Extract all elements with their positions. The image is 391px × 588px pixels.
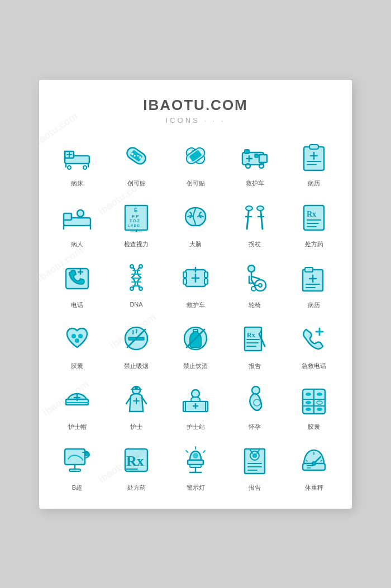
icon-guaizhu: 拐杖: [228, 197, 282, 248]
svg-rect-29: [245, 150, 249, 154]
svg-rect-81: [183, 279, 187, 284]
svg-point-99: [71, 334, 76, 338]
icon-label: 报告: [249, 484, 261, 492]
svg-point-144: [317, 408, 322, 411]
svg-rect-154: [188, 460, 203, 465]
svg-rect-145: [65, 449, 85, 465]
svg-rect-25: [259, 155, 267, 162]
svg-point-6: [68, 166, 71, 169]
site-title: IBAOTU.COM: [50, 97, 341, 114]
icon-chufangyao2: Rx 处方药: [109, 440, 163, 492]
svg-text:E: E: [134, 207, 138, 213]
icon-label: 处方药: [305, 240, 323, 248]
icon-chuangkete1: 创可贴: [109, 136, 163, 188]
icon-label: 胶囊: [308, 423, 320, 431]
icon-label: 创可贴: [187, 179, 205, 188]
svg-point-15: [137, 155, 139, 156]
icon-huaiyun: 怀孕: [228, 379, 282, 431]
icon-label: 警示灯: [187, 484, 205, 492]
icon-jianchashili: E F P T O Z L P E D 检查视力: [109, 197, 163, 248]
svg-point-70: [130, 265, 133, 268]
icon-hushi-zhan: 护士站: [169, 379, 222, 431]
svg-point-12: [131, 153, 133, 155]
svg-text:F P: F P: [132, 214, 139, 219]
icon-bingren: 病人: [50, 197, 104, 248]
svg-rect-82: [204, 279, 208, 284]
icon-jiaonang2: 胶囊: [287, 379, 341, 431]
svg-point-53: [246, 206, 252, 211]
svg-point-164: [252, 453, 257, 458]
icon-chuangkete2: 创可贴: [169, 136, 222, 188]
svg-text:Rx: Rx: [126, 453, 144, 469]
icon-baogao1: Rx 报告: [228, 318, 282, 370]
svg-point-130: [192, 390, 199, 398]
svg-point-31: [259, 164, 264, 168]
icon-dianhua: 电话: [50, 257, 104, 309]
icon-danao: 大脑: [169, 197, 222, 248]
icon-label: 大脑: [189, 240, 202, 248]
svg-rect-80: [204, 272, 208, 278]
icon-bingchuang: 病床: [50, 136, 104, 188]
icon-label: 处方药: [127, 484, 146, 492]
icon-label: 护士帽: [68, 423, 87, 431]
svg-point-140: [317, 393, 322, 396]
icon-bingli1: 病历: [287, 136, 341, 188]
svg-rect-33: [309, 145, 318, 149]
svg-line-159: [186, 451, 188, 452]
svg-point-73: [139, 287, 142, 290]
main-card: ibaotu.com ibaotu.com ibaotu.com ibaotu.…: [39, 80, 352, 509]
icon-chufangyao1: Rx 处方药: [287, 197, 341, 248]
svg-point-139: [306, 393, 311, 396]
icon-dna: DNA: [109, 257, 163, 309]
svg-point-89: [259, 284, 262, 287]
icon-label: B超: [72, 484, 82, 492]
svg-line-160: [203, 451, 205, 452]
icon-label: 报告: [249, 362, 261, 370]
icon-label: 病人: [71, 240, 83, 248]
icon-label: 电话: [71, 301, 83, 309]
icon-jijiu-dianhua: 急救电话: [287, 318, 341, 370]
icon-label: 胶囊: [71, 362, 83, 370]
svg-point-7: [83, 166, 87, 169]
icon-label: DNA: [130, 301, 142, 308]
icon-label: 护士站: [187, 423, 205, 431]
svg-point-13: [139, 156, 141, 159]
icon-label: 病历: [308, 301, 320, 309]
icon-jiuhuche-top: 救护车: [169, 257, 222, 309]
svg-point-143: [306, 408, 311, 411]
icon-label: 体重秤: [305, 484, 323, 492]
svg-text:Rx: Rx: [247, 331, 255, 339]
svg-point-134: [254, 399, 260, 406]
icon-hushi: 护士: [109, 379, 163, 431]
svg-point-172: [312, 462, 316, 465]
icon-label: 救护车: [246, 179, 264, 188]
svg-point-30: [246, 164, 250, 168]
svg-point-14: [134, 155, 136, 156]
icon-label: 救护车: [187, 301, 205, 309]
icon-jingshi-deng: 警示灯: [169, 440, 222, 492]
svg-rect-94: [305, 267, 313, 272]
header: IBAOTU.COM ICONS · · ·: [50, 97, 341, 125]
svg-point-161: [193, 453, 198, 458]
svg-point-54: [257, 206, 264, 211]
svg-point-141: [306, 401, 311, 404]
svg-rect-39: [64, 213, 71, 220]
svg-point-71: [139, 265, 142, 268]
svg-point-101: [75, 338, 79, 343]
icon-label: 轮椅: [249, 301, 261, 309]
icon-label: 病历: [308, 179, 320, 188]
icon-label: 拐杖: [249, 240, 261, 248]
svg-point-133: [252, 386, 260, 394]
svg-rect-28: [255, 154, 258, 157]
svg-point-83: [248, 265, 255, 272]
svg-point-148: [85, 453, 89, 456]
site-subtitle: ICONS · · ·: [50, 116, 341, 125]
icon-bchao: B超: [50, 440, 104, 492]
icon-label: 病床: [71, 179, 83, 188]
svg-text:T O Z: T O Z: [130, 219, 140, 223]
icon-bingli2: 病历: [287, 257, 341, 309]
svg-text:L P E D: L P E D: [128, 224, 140, 227]
icon-label: 禁止饮酒: [183, 362, 208, 370]
icon-jinzhi-yinjiu: 禁止饮酒: [169, 318, 222, 370]
icon-label: 禁止吸烟: [124, 362, 149, 370]
